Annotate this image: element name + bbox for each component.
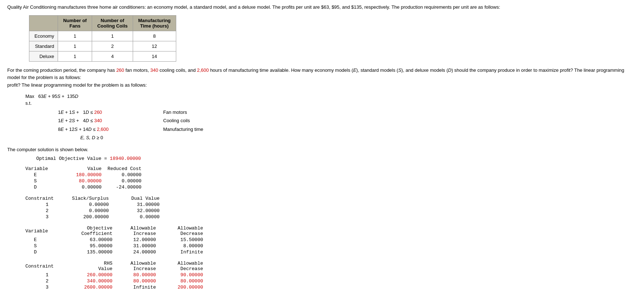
- deluxe-fans: 1: [58, 51, 92, 61]
- sc-con-col: Constraint: [25, 260, 69, 272]
- deluxe-coils: 4: [92, 51, 133, 61]
- con2-num: 2: [25, 208, 69, 214]
- constraint-row-2: 2 0.00000 32.00000: [25, 208, 160, 214]
- constraint-row-1: 1 0.00000 31.00000: [25, 202, 160, 208]
- var-e-reduced: 0.00000: [102, 172, 141, 178]
- sc-dec-col: AllowableDecrease: [160, 260, 203, 272]
- reduced-col-header: Reduced Cost: [102, 166, 141, 172]
- sensitivity-var-d: D 135.00000 24.00000 Infinite: [25, 249, 203, 255]
- sensitivity-constraint-table: Constraint RHS Value AllowableIncrease A…: [25, 260, 203, 290]
- var-d-value: 0.00000: [62, 184, 102, 190]
- table-row: Economy 1 1 8: [29, 31, 176, 41]
- sv-s-dec: 8.00000: [160, 243, 203, 249]
- constraint-expr-3: 8E + 12S + 14D ≤ 2,600: [58, 125, 152, 133]
- constraint-header-row: Constraint Slack/Surplus Dual Value: [25, 195, 160, 202]
- sensitivity-var-e: E 63.00000 12.00000 15.50000: [25, 237, 203, 243]
- sc-3-num: 3: [25, 284, 69, 290]
- optimal-value: 18940.00000: [110, 156, 141, 161]
- con2-dual: 32.00000: [116, 208, 160, 214]
- constraints-block: 1E + 1S + 1D ≤ 260 Fan motors 1E + 2S + …: [58, 108, 637, 142]
- description-paragraph: For the coming production period, the co…: [7, 67, 637, 89]
- constraint-expr-2: 1E + 2S + 4D ≤ 340: [58, 116, 152, 125]
- constraint-solution-table: Constraint Slack/Surplus Dual Value 1 0.…: [25, 195, 160, 220]
- variable-row-d: D 0.00000 -24.00000: [25, 184, 141, 190]
- constraint-row-1: 1E + 1S + 1D ≤ 260 Fan motors: [58, 108, 637, 116]
- slack-col-header: Slack/Surplus: [69, 195, 116, 202]
- sv-d-inc: 24.00000: [116, 249, 160, 255]
- sv-inc-col: AllowableIncrease: [116, 225, 160, 237]
- constraint-row-3: 8E + 12S + 14D ≤ 2,600 Manufacturing tim…: [58, 125, 637, 133]
- sc-3-inc: Infinite: [116, 284, 160, 290]
- sc-1-inc: 80.00000: [116, 272, 160, 278]
- sv-e-name: E: [25, 237, 69, 243]
- var-d-name: D: [25, 184, 62, 190]
- economy-coils: 1: [92, 31, 133, 41]
- fans-count: 260: [116, 67, 124, 73]
- deluxe-time: 14: [133, 51, 176, 61]
- sv-var-col: Variable: [25, 225, 69, 237]
- sensitivity-variable-table: Variable ObjectiveCoefficient AllowableI…: [25, 225, 203, 255]
- col-header-empty: [29, 15, 58, 31]
- var-s-reduced: 0.00000: [102, 178, 141, 184]
- max-label: Max 63E + 95S + 135D: [25, 94, 78, 99]
- var-s-name: S: [25, 178, 62, 184]
- standard-fans: 1: [58, 41, 92, 51]
- s-variable: S: [398, 67, 401, 73]
- var-d-reduced: -24.00000: [102, 184, 141, 190]
- sv-dec-col: AllowableDecrease: [160, 225, 203, 237]
- var-e-name: E: [25, 172, 62, 178]
- constraint-label-1: Fan motors: [163, 108, 187, 116]
- sc-3-dec: 200.00000: [160, 284, 203, 290]
- row-label-deluxe: Deluxe: [29, 51, 58, 61]
- intro-text: Quality Air Conditioning manufactures th…: [7, 4, 637, 11]
- sensitivity-con-3: 3 2600.00000 Infinite 200.00000: [25, 284, 203, 290]
- variable-header-row: Variable Value Reduced Cost: [25, 166, 141, 172]
- var-s-value: 80.00000: [62, 178, 102, 184]
- desc-text4: hours of manufacturing time available. H…: [209, 67, 353, 73]
- sensitivity-var-header-row: Variable ObjectiveCoefficient AllowableI…: [25, 225, 203, 237]
- sc-1-num: 1: [25, 272, 69, 278]
- variable-row-s: S 80.00000 0.00000: [25, 178, 141, 184]
- sv-s-inc: 31.00000: [116, 243, 160, 249]
- d-variable: D: [448, 67, 451, 73]
- desc-text5: ), standard models (: [356, 67, 399, 73]
- sv-d-coeff: 135.00000: [69, 249, 116, 255]
- con2-slack: 0.00000: [69, 208, 116, 214]
- sv-e-coeff: 63.00000: [69, 237, 116, 243]
- production-table: Number ofFans Number ofCooling Coils Man…: [29, 15, 176, 62]
- objective-function-line: Max 63E + 95S + 135D: [25, 94, 637, 99]
- constraint-row-2: 1E + 2S + 4D ≤ 340 Cooling coils: [58, 116, 637, 125]
- economy-time: 8: [133, 31, 176, 41]
- sv-e-dec: 15.50000: [160, 237, 203, 243]
- sc-2-num: 2: [25, 278, 69, 284]
- sc-1-dec: 90.00000: [160, 272, 203, 278]
- sensitivity-con-1: 1 260.00000 80.00000 90.00000: [25, 272, 203, 278]
- constraint-col-header: Constraint: [25, 195, 69, 202]
- sv-s-name: S: [25, 243, 69, 249]
- non-negativity: E, S, D ≥ 0: [58, 133, 152, 142]
- economy-fans: 1: [58, 31, 92, 41]
- dual-col-header: Dual Value: [116, 195, 160, 202]
- sv-obj-col: ObjectiveCoefficient: [69, 225, 116, 237]
- standard-time: 12: [133, 41, 176, 51]
- var-e-value: 180.00000: [62, 172, 102, 178]
- con3-dual: 0.00000: [116, 214, 160, 220]
- desc-text6: ), and deluxe models (: [401, 67, 448, 73]
- sv-d-dec: Infinite: [160, 249, 203, 255]
- optimal-objective: Optimal Objective Value = 18940.00000: [36, 156, 637, 161]
- constraint-row-3: 3 200.00000 0.00000: [25, 214, 160, 220]
- sensitivity-con-2: 2 340.00000 80.00000 80.00000: [25, 278, 203, 284]
- st-label: s.t.: [25, 100, 637, 106]
- var-col-header: Variable: [25, 166, 62, 172]
- row-label-standard: Standard: [29, 41, 58, 51]
- desc-text2: fan motors,: [124, 67, 150, 73]
- col-header-mfg: ManufacturingTime (hours): [133, 15, 176, 31]
- sensitivity-var-s: S 95.00000 31.00000 8.00000: [25, 243, 203, 249]
- col-header-fans: Number ofFans: [58, 15, 92, 31]
- desc-text1: For the coming production period, the co…: [7, 67, 116, 73]
- sc-inc-col: AllowableIncrease: [116, 260, 160, 272]
- sensitivity-con-header-row: Constraint RHS Value AllowableIncrease A…: [25, 260, 203, 272]
- row-label-economy: Economy: [29, 31, 58, 41]
- value-col-header: Value: [62, 166, 102, 172]
- sc-2-rhs: 340.00000: [69, 278, 116, 284]
